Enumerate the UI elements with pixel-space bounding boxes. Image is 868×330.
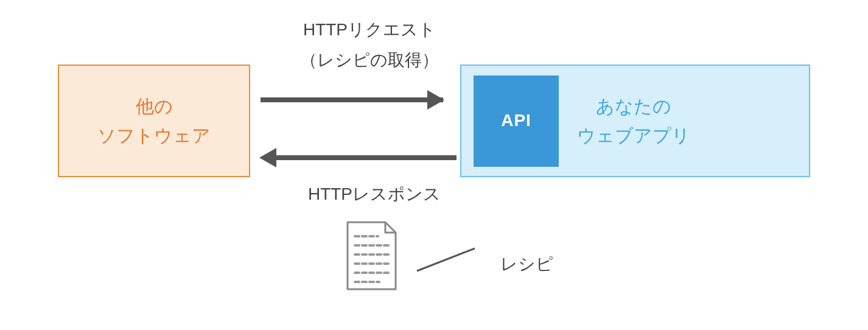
api-badge: API <box>474 75 559 167</box>
recipe-label: レシピ <box>481 253 572 276</box>
http-request-label1: HTTPリクエスト <box>272 18 467 41</box>
http-request-label2: （レシピの取得） <box>272 49 467 72</box>
pointer-line-icon <box>414 244 478 274</box>
your-webapp-line1: あなたの <box>596 92 671 121</box>
response-arrow-icon <box>274 155 457 160</box>
other-software-line2: ソフトウェア <box>97 121 211 150</box>
svg-line-6 <box>417 248 475 271</box>
document-icon <box>343 219 401 292</box>
http-response-label: HTTPレスポンス <box>277 183 472 206</box>
request-arrow-icon <box>261 97 443 102</box>
your-webapp-box: API あなたの ウェブアプリ <box>460 65 810 177</box>
your-webapp-text: あなたの ウェブアプリ <box>577 92 690 150</box>
api-badge-label: API <box>501 107 531 135</box>
other-software-line1: 他の <box>136 92 173 121</box>
your-webapp-line2: ウェブアプリ <box>577 121 690 150</box>
other-software-box: 他の ソフトウェア <box>58 65 250 177</box>
